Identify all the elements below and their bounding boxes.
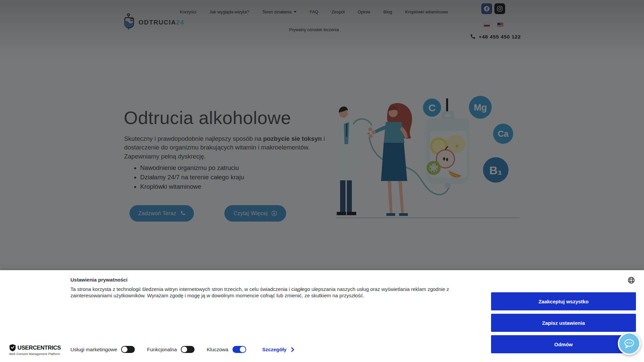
toggle-label-functional: Funkcjonalna — [147, 347, 177, 352]
nav-teren-dzialania[interactable]: Teren działania — [262, 9, 297, 14]
chevron-down-icon — [294, 11, 297, 13]
consent-title: Ustawienia prywatności — [70, 277, 127, 283]
toggle-functional[interactable] — [181, 346, 195, 353]
brand-suffix: 24 — [176, 19, 184, 26]
nav-korzysci[interactable]: Korzyści — [180, 9, 196, 14]
nav-blog[interactable]: Blog — [383, 9, 392, 14]
nav-opinie[interactable]: Opinie — [358, 9, 370, 14]
phone-handset-icon — [180, 211, 185, 216]
call-now-button[interactable]: Zadzwoń Teraz — [129, 205, 194, 222]
social-links — [481, 3, 505, 14]
brand-name: ODTRUCIA24 — [139, 19, 184, 26]
header-phone[interactable]: +48 455 450 122 — [470, 34, 521, 40]
hero-illustration: C Mg Ca B₁ — [332, 93, 525, 224]
nav-faq[interactable]: FAQ — [310, 9, 318, 14]
language-switcher — [484, 23, 503, 26]
page-title: Odtrucia alkoholowe — [124, 107, 291, 128]
bullet-item: Kroplówki witaminowe — [140, 183, 244, 190]
chat-bubble-icon — [624, 339, 635, 349]
chat-launcher-button[interactable] — [618, 332, 641, 355]
bullet-item: Nawodnienie organizmu po zatruciu — [140, 164, 244, 172]
flag-poland-icon[interactable] — [484, 23, 490, 26]
cookie-consent-banner: Ustawienia prywatności Ta strona korzyst… — [0, 270, 644, 362]
vitamin-mg-bubble: Mg — [474, 103, 487, 113]
toggle-marketing[interactable] — [121, 346, 135, 353]
facebook-icon[interactable] — [481, 3, 492, 14]
accept-all-button[interactable]: Zaakceptuj wszystko — [491, 292, 636, 310]
patient-figure — [372, 103, 412, 216]
usercentrics-logo[interactable]: USERCENTRICS Web Consent Management Plat… — [9, 344, 61, 356]
hero-bullet-list: Nawodnienie organizmu po zatruciu Działa… — [132, 164, 244, 192]
toggle-essential[interactable] — [232, 346, 246, 353]
hero-section: ODTRUCIA24 Korzyści Jak wygląda wizyta? … — [0, 0, 644, 266]
hero-description: Skuteczny i prawdopodobnie najlepszy spo… — [124, 134, 325, 161]
brand-tagline: Prywatny ośrodek leczenia — [180, 27, 448, 32]
vitamin-ca-bubble: Ca — [498, 129, 509, 138]
flag-usa-icon[interactable] — [497, 23, 503, 26]
brand-logo[interactable]: ODTRUCIA24 — [123, 13, 184, 32]
arrow-down-circle-icon — [271, 210, 277, 216]
consent-toggles: Usługi marketingowe Funkcjonalna Kluczow… — [70, 346, 294, 353]
save-settings-button[interactable]: Zapisz ustawienia — [491, 314, 636, 332]
vendor-name: USERCENTRICS — [17, 345, 61, 351]
chevron-right-icon — [291, 347, 294, 352]
nav-zespol[interactable]: Zespół — [331, 9, 344, 14]
deny-button[interactable]: Odmów — [491, 335, 636, 353]
hero-description-bold: pozbycie sie toksyn — [263, 135, 322, 142]
toggle-label-essential: Kluczowa — [207, 347, 228, 352]
details-link[interactable]: Szczegóły — [262, 347, 294, 352]
iv-bag-logo-icon — [123, 13, 136, 32]
read-more-button[interactable]: Czytaj Więcej — [224, 205, 286, 222]
bullet-item: Działamy 24/7 na terenie całego kraju — [140, 174, 244, 181]
vitamin-b1-bubble: B₁ — [489, 164, 502, 177]
nav-jak-wyglada-wizyta[interactable]: Jak wygląda wizyta? — [209, 9, 249, 14]
main-nav: Korzyści Jak wygląda wizyta? Teren dział… — [180, 9, 448, 14]
nav-kroplowki-witaminowe[interactable]: Kroplówki witaminowe — [405, 9, 448, 14]
globe-icon[interactable] — [627, 276, 635, 284]
phone-number: +48 455 450 122 — [479, 34, 521, 40]
usercentrics-shield-icon — [9, 344, 16, 352]
iv-bag — [426, 111, 469, 188]
vitamin-c-bubble: C — [428, 102, 436, 113]
vendor-tagline: Web Consent Management Platform — [9, 352, 61, 356]
consent-description: Ta strona korzysta z technologii śledzen… — [70, 286, 454, 299]
phone-icon — [470, 34, 475, 40]
toggle-label-marketing: Usługi marketingowe — [70, 347, 117, 352]
instagram-icon[interactable] — [494, 3, 505, 14]
